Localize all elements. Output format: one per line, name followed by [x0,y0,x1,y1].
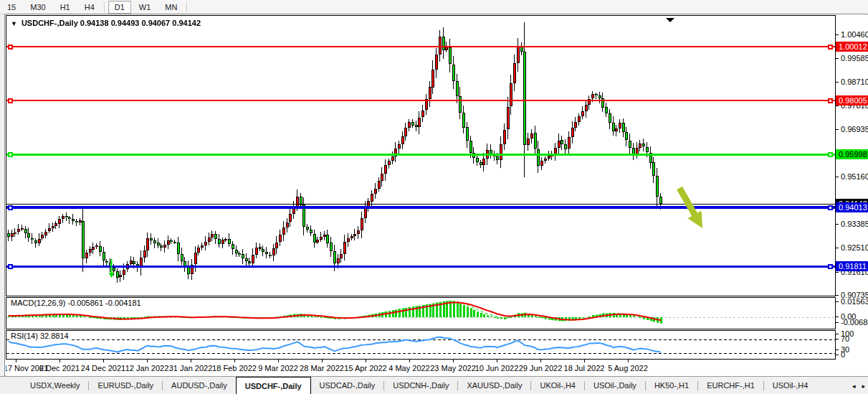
chart-tab-usdcnh-daily[interactable]: USDCNH-,Daily [384,377,457,394]
price-axis-tick [836,177,839,177]
price-axis-tick [836,272,839,273]
date-axis-tick [628,360,629,362]
indicator-axis-tick [836,334,839,334]
date-axis-label: 12 Jan 2022 [125,364,169,372]
main-chart-canvas[interactable] [6,16,835,296]
timeframe-button-h1[interactable]: H1 [54,1,77,14]
price-axis-tick [836,224,839,225]
date-axis-tick [540,360,541,362]
macd-label: MACD(12,26,9) -0.005861 -0.004181 [9,299,143,307]
indicator-axis-label: -0.006884 [841,318,868,327]
price-axis-tick [836,129,839,130]
date-axis-label: 18 Jul 2022 [564,364,605,372]
date-axis-label: 10 Jun 2022 [475,364,519,372]
date-axis-tick [191,360,191,362]
timeframe-button-15[interactable]: 15 [1,1,22,14]
date-axis-tick [59,360,60,362]
price-line-badge: 0.94013 [836,202,868,212]
price-axis-label: 0.96935 [841,125,868,133]
indicator-axis-tick [836,316,839,317]
date-axis-label: 29 Jun 2022 [519,364,563,372]
price-axis-label: 1.00460 [841,30,868,39]
date-axis-label: 5 Aug 2022 [608,364,648,372]
date-axis-label: 18 Feb 2022 [212,364,257,372]
date-axis-tick [16,360,16,362]
date-axis-tick [409,360,410,362]
indicator-axis-tick [836,350,839,350]
chart-tab-ukoil-h4[interactable]: UKOil-,H4 [531,377,584,394]
date-axis-label: 4 May 2022 [388,364,429,372]
date-axis-tick [234,360,235,362]
timeframe-button-mn[interactable]: MN [158,1,183,14]
chart-title: ▼USDCHF-,Daily 0.94138 0.94493 0.94067 0… [11,19,201,27]
date-axis-label: 24 Dec 2021 [81,364,125,372]
mt4-workspace: 15M30H1H4D1W1MN ▼USDCHF-,Daily 0.94138 0… [0,0,868,394]
rsi-label: RSI(14) 32.8814 [9,332,70,340]
macd-pane[interactable]: MACD(12,26,9) -0.005861 -0.004181 [6,297,836,329]
date-axis-tick [147,360,148,362]
price-axis-tick [836,82,839,83]
price-axis: 1.004600.995850.987100.978100.969350.951… [836,15,868,376]
chart-tab-usoil-daily[interactable]: USOil-,Daily [585,377,645,394]
date-axis-label: 6 Dec 2021 [39,364,80,372]
tab-scroll-left-icon[interactable]: ◂ [852,383,856,390]
indicator-axis-label: 70 [841,334,849,343]
date-axis-tick [103,360,104,362]
rsi-pane[interactable]: RSI(14) 32.8814 [6,330,836,360]
chart-tab-usoil-h4[interactable]: USOil-,H4 [764,377,817,394]
rsi-canvas[interactable] [6,331,835,359]
date-axis-label: 28 Mar 2022 [300,364,344,372]
date-axis-tick [278,360,279,362]
date-axis-tick [322,360,323,362]
price-axis-label: 0.93385 [841,220,868,228]
indicator-axis-tick [836,355,839,355]
date-axis: 17 Nov 20216 Dec 202124 Dec 202112 Jan 2… [6,360,836,376]
chart-tab-xauusd-daily[interactable]: XAUUSD-,Daily [458,377,530,394]
price-axis-tick [836,295,839,296]
chart-tab-eurusd-daily[interactable]: EURUSD-,Daily [89,377,162,394]
date-axis-tick [584,360,585,362]
chart-tab-hk50-h1[interactable]: HK50-,H1 [646,377,697,394]
chart-tab-audusd-daily[interactable]: AUDUSD-,Daily [163,377,236,394]
price-axis-tick [836,248,839,248]
tab-scroll-right-icon[interactable]: ▸ [862,383,865,390]
timeframe-toolbar: 15M30H1H4D1W1MN [0,0,868,14]
price-axis-tick [836,105,839,106]
date-axis-label: 9 Mar 2022 [258,364,298,372]
chart-tab-usdchf-daily[interactable]: USDCHF-,Daily [236,377,311,394]
date-axis-tick [453,360,454,362]
indicator-axis-label: 0.015636 [841,297,868,306]
price-line-badge: 1.00012 [836,42,868,52]
indicator-axis-label: 0 [841,350,845,359]
chart-tab-usdx-weekly[interactable]: USDX,Weekly [22,377,88,394]
date-axis-label: 31 Jan 2022 [169,364,213,372]
timeframe-button-h4[interactable]: H4 [78,1,101,14]
toolbar-separator [104,2,105,12]
indicator-axis-tick [836,322,839,323]
price-axis-label: 0.95160 [841,172,868,181]
date-axis-tick [497,360,497,362]
price-line-badge: 0.95998 [836,149,868,159]
date-axis-label: 23 May 2022 [430,364,476,372]
chart-tab-bar: USDX,WeeklyEURUSD-,DailyAUDUSD-,DailyUSD… [0,376,868,394]
timeframe-button-m30[interactable]: M30 [24,1,52,14]
chart-dropdown-icon[interactable]: ▼ [11,20,17,27]
price-axis-tick [836,58,839,59]
chart-tab-usdcad-daily[interactable]: USDCAD-,Daily [311,377,384,394]
price-axis-label: 0.99585 [841,54,868,62]
toolbar-separator [186,2,188,12]
price-line-badge: 0.91811 [836,261,868,271]
indicator-axis-tick [836,339,839,339]
chart-tab-eurchf-h1[interactable]: EURCHF-,H1 [698,377,763,394]
price-axis-label: 0.92510 [841,243,868,252]
price-line-badge: 0.98005 [836,95,868,105]
price-pane[interactable]: ▼USDCHF-,Daily 0.94138 0.94493 0.94067 0… [6,15,836,296]
indicator-axis-tick [836,301,839,302]
price-axis-label: 0.98710 [841,78,868,86]
timeframe-button-d1[interactable]: D1 [108,1,131,14]
timeframe-button-w1[interactable]: W1 [133,1,158,14]
date-axis-tick [366,360,366,362]
price-axis-tick [836,34,839,35]
tab-scroll-controls: ◂▸ [852,377,865,394]
chart-title-text: USDCHF-,Daily 0.94138 0.94493 0.94067 0.… [22,19,201,27]
